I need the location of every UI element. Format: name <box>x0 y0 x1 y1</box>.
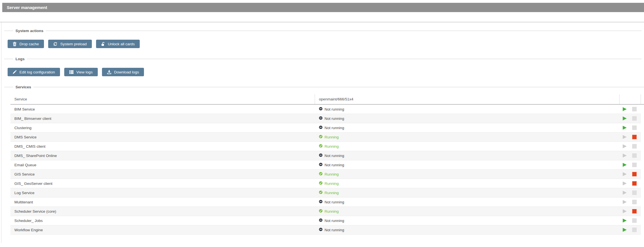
stop-service-button[interactable] <box>632 135 637 139</box>
unlock-all-cards-label: Unlock all cards <box>108 42 135 46</box>
view-logs-button[interactable]: View logs <box>64 68 98 76</box>
status-badge: Not running <box>319 125 344 130</box>
start-service-button <box>622 181 627 186</box>
status-text: Not running <box>325 107 344 111</box>
table-row[interactable]: Scheduler Service (core) Running <box>10 207 641 216</box>
service-actions-cell <box>619 218 641 223</box>
start-service-button <box>622 153 627 158</box>
services-table: Service openmaint/666/51x4 BIM Service <box>10 94 644 235</box>
table-row[interactable]: DMS_ SharePoint Online Not running <box>10 151 641 160</box>
stop-service-button <box>632 200 637 204</box>
service-name: Multitenant <box>10 200 315 204</box>
service-status-cell: Not running <box>315 163 619 167</box>
status-badge: Running <box>319 135 339 139</box>
stop-service-button <box>632 107 637 111</box>
status-text: Not running <box>325 163 344 167</box>
service-status-cell: Not running <box>315 228 619 232</box>
service-actions-cell <box>619 190 641 195</box>
logs-section: Logs Edit log configuration <box>4 57 641 82</box>
stop-service-button[interactable] <box>632 209 637 214</box>
service-name: Log Service <box>10 191 315 195</box>
column-header-actions <box>619 94 641 104</box>
table-row[interactable]: Clustering Not running <box>10 123 641 133</box>
edit-log-configuration-button[interactable]: Edit log configuration <box>8 68 60 76</box>
unlock-all-cards-button[interactable]: Unlock all cards <box>96 40 140 48</box>
service-actions-cell <box>619 181 641 186</box>
drop-cache-button[interactable]: Drop cache <box>8 40 44 48</box>
edit-log-configuration-label: Edit log configuration <box>19 70 55 74</box>
status-badge: Not running <box>319 228 344 232</box>
stop-service-button <box>632 218 637 223</box>
table-row[interactable]: Log Service Running <box>10 188 641 197</box>
service-name: GIS Service <box>10 172 315 176</box>
start-service-button[interactable] <box>622 107 627 111</box>
service-status-cell: Running <box>315 181 619 186</box>
table-row[interactable]: GIS Service Running <box>10 170 641 179</box>
services-table-header: Service openmaint/666/51x4 <box>10 94 644 105</box>
start-service-button[interactable] <box>622 125 627 130</box>
running-icon <box>319 144 323 149</box>
not-running-icon <box>319 116 323 121</box>
stop-service-button <box>632 190 637 195</box>
status-badge: Not running <box>319 153 344 158</box>
service-status-cell: Not running <box>315 116 619 121</box>
status-badge: Running <box>319 209 339 214</box>
unlock-icon <box>101 42 105 46</box>
download-icon <box>107 70 111 74</box>
start-service-button[interactable] <box>622 163 627 167</box>
service-name: DMS Service <box>10 135 315 139</box>
column-header-host[interactable]: openmaint/666/51x4 <box>315 94 619 104</box>
logs-legend: Logs <box>13 57 27 61</box>
service-status-cell: Not running <box>315 200 619 204</box>
stop-service-button <box>632 228 637 232</box>
system-preload-button[interactable]: System preload <box>48 40 92 48</box>
table-row[interactable]: GIS_ GeoServer client Running <box>10 179 641 188</box>
table-row[interactable]: DMS_ CMIS client Running <box>10 142 641 151</box>
pencil-icon <box>13 70 17 74</box>
status-badge: Running <box>319 190 339 195</box>
service-status-cell: Running <box>315 144 619 149</box>
running-icon <box>319 172 323 176</box>
table-row[interactable]: Workflow Engine Not running <box>10 225 641 235</box>
status-text: Running <box>325 172 339 176</box>
system-actions-legend: System actions <box>13 29 46 33</box>
not-running-icon <box>319 125 323 130</box>
table-row[interactable]: BIM Service Not running <box>10 105 641 114</box>
table-row[interactable]: BIM_ Bimserver client Not running <box>10 114 641 123</box>
start-service-button[interactable] <box>622 218 627 223</box>
start-service-button <box>622 209 627 214</box>
start-service-button[interactable] <box>622 228 627 232</box>
table-icon <box>69 70 74 74</box>
start-service-button <box>622 172 627 176</box>
start-service-button <box>622 200 627 204</box>
table-row[interactable]: Scheduler_ Jobs Not running <box>10 216 641 225</box>
service-actions-cell <box>619 144 641 149</box>
table-row[interactable]: Email Queue Not running <box>10 160 641 170</box>
service-actions-cell <box>619 135 641 139</box>
stop-service-button <box>632 125 637 130</box>
not-running-icon <box>319 107 323 111</box>
status-text: Running <box>325 181 339 186</box>
status-badge: Running <box>319 181 339 186</box>
status-badge: Not running <box>319 107 344 111</box>
view-logs-label: View logs <box>76 70 93 74</box>
status-text: Not running <box>325 228 344 232</box>
service-status-cell: Not running <box>315 153 619 158</box>
start-service-button[interactable] <box>622 116 627 121</box>
status-badge: Running <box>319 172 339 176</box>
table-row[interactable]: DMS Service Running <box>10 133 641 142</box>
services-legend: Services <box>13 85 34 89</box>
table-row[interactable]: Multitenant Not running <box>10 197 641 207</box>
service-name: Scheduler Service (core) <box>10 209 315 214</box>
service-name: GIS_ GeoServer client <box>10 181 315 186</box>
stop-service-button[interactable] <box>632 172 637 176</box>
download-logs-button[interactable]: Download logs <box>102 68 144 76</box>
column-header-service[interactable]: Service <box>10 94 315 104</box>
services-table-body: BIM Service Not running <box>10 105 641 235</box>
service-status-cell: Running <box>315 172 619 176</box>
service-actions-cell <box>619 209 641 214</box>
service-actions-cell <box>619 172 641 176</box>
stop-service-button[interactable] <box>632 181 637 186</box>
status-text: Not running <box>325 219 344 223</box>
status-badge: Not running <box>319 116 344 121</box>
